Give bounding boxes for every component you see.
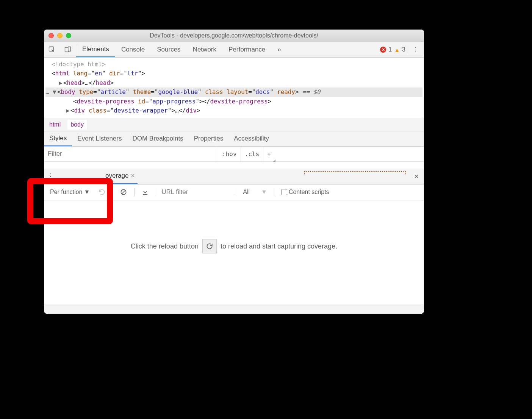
new-rule-button[interactable]: + [263, 147, 275, 161]
dom-tree[interactable]: <!doctype html> <html lang="en" dir="ltr… [44, 58, 424, 118]
zoom-window-button[interactable] [66, 33, 71, 38]
reload-button[interactable] [202, 239, 217, 253]
drawer-tab-coverage[interactable]: C overage × [102, 169, 138, 184]
dom-html-open[interactable]: <html lang="en" dir="ltr"> [45, 69, 422, 78]
box-model-peek [304, 171, 406, 174]
tab-sources[interactable]: Sources [151, 42, 186, 57]
styles-tab-bar: Styles Event Listeners DOM Breakpoints P… [44, 131, 424, 147]
coverage-mode-dropdown[interactable]: Per function ▼ [47, 189, 93, 195]
subtab-dom-breakpoints[interactable]: DOM Breakpoints [127, 131, 188, 146]
dom-wrapper[interactable]: ▶<div class="devsite-wrapper">…</div> [45, 106, 422, 115]
cls-button[interactable]: .cls [241, 147, 264, 161]
drawer-tab-label: overage [105, 172, 128, 180]
hov-button[interactable]: :hov [218, 147, 241, 161]
main-tabs: Elements Console Sources Network Perform… [76, 42, 380, 57]
subtab-accessibility[interactable]: Accessibility [228, 131, 274, 146]
dom-body-selected[interactable]: … ▼<body type="article" theme="google-bl… [45, 88, 422, 97]
export-button[interactable] [138, 188, 152, 196]
subtab-styles[interactable]: Styles [44, 131, 72, 146]
drawer-tab-close-icon[interactable]: × [131, 172, 135, 180]
tab-elements[interactable]: Elements [76, 42, 115, 57]
chevron-down-icon: ▼ [261, 189, 267, 195]
drawer-menu-button[interactable]: ⋮ [44, 172, 57, 180]
tab-console[interactable]: Console [115, 42, 151, 57]
settings-menu-button[interactable]: ⋮ [410, 46, 421, 53]
svg-line-4 [122, 190, 125, 194]
divider [408, 45, 408, 54]
drawer-close-button[interactable]: × [409, 172, 424, 181]
reload-icon-button[interactable] [95, 188, 109, 196]
separator [236, 188, 236, 196]
separator [113, 188, 113, 196]
status-area: ✕ 1 ▲ 3 ⋮ [380, 42, 424, 57]
tabs-overflow[interactable]: » [271, 42, 287, 57]
content-scripts-label: Content scripts [289, 189, 329, 195]
error-icon[interactable]: ✕ [380, 47, 386, 53]
minimize-window-button[interactable] [57, 33, 63, 38]
titlebar: DevTools - developers.google.com/web/too… [44, 30, 424, 42]
dom-doctype[interactable]: <!doctype html> [45, 60, 422, 69]
clear-button[interactable] [117, 188, 130, 196]
chevron-down-icon: ▼ [84, 189, 90, 195]
traffic-lights [49, 33, 71, 38]
subtab-event-listeners[interactable]: Event Listeners [72, 131, 127, 146]
inspect-element-button[interactable] [44, 42, 60, 57]
styles-filter-input[interactable] [44, 147, 218, 161]
type-filter-dropdown[interactable]: All ▼ [240, 189, 270, 195]
styles-filter-row: :hov .cls + [44, 147, 424, 162]
dom-progress[interactable]: <devsite-progress id="app-progress"></de… [45, 97, 422, 106]
window-title: DevTools - developers.google.com/web/too… [44, 32, 424, 39]
separator [156, 188, 156, 196]
subtab-properties[interactable]: Properties [189, 131, 228, 146]
device-toolbar-button[interactable] [60, 42, 76, 57]
breadcrumb-body[interactable]: body [67, 120, 87, 130]
dom-head[interactable]: ▶<head>…</head> [45, 78, 422, 88]
error-count: 1 [388, 46, 392, 53]
bottom-bar [44, 304, 424, 314]
coverage-empty-state: Click the reload button to reload and st… [44, 200, 424, 304]
coverage-toolbar: Per function ▼ All ▼ Content scripts [44, 184, 424, 200]
tab-performance[interactable]: Performance [222, 42, 271, 57]
warning-icon[interactable]: ▲ [394, 47, 400, 53]
breadcrumb-bar: html body [44, 118, 424, 131]
separator [274, 188, 274, 196]
separator [134, 188, 135, 196]
svg-rect-2 [68, 47, 71, 52]
empty-text-after: to reload and start capturing coverage. [221, 242, 337, 250]
url-filter-input[interactable] [160, 188, 232, 196]
main-tab-bar: Elements Console Sources Network Perform… [44, 42, 424, 58]
coverage-mode-label: Per function [50, 189, 82, 195]
content-scripts-checkbox[interactable]: Content scripts [278, 189, 332, 195]
close-window-button[interactable] [49, 33, 54, 38]
tab-network[interactable]: Network [187, 42, 222, 57]
warning-count: 3 [402, 46, 405, 53]
styles-body-peek [44, 162, 424, 169]
checkbox-icon [281, 189, 287, 195]
type-filter-label: All [243, 189, 250, 195]
devtools-window: DevTools - developers.google.com/web/too… [44, 30, 424, 314]
breadcrumb-html[interactable]: html [49, 121, 61, 128]
empty-text-before: Click the reload button [131, 242, 199, 250]
